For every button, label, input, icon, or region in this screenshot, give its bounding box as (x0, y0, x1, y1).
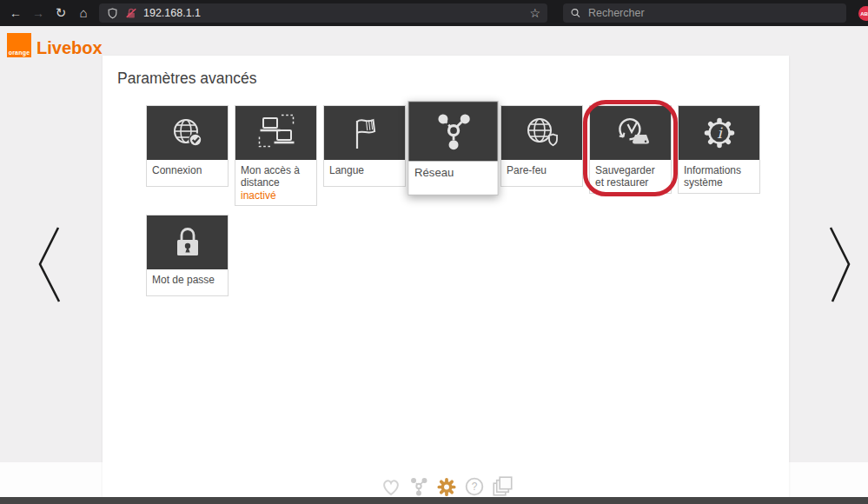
tile-langue[interactable]: Langue (323, 105, 406, 187)
tile-label: Mon accès à distance inactivé (235, 160, 316, 205)
tile-label: Sauvegarder et restaurer (590, 160, 671, 193)
search-bar[interactable] (563, 3, 846, 23)
favorites-heart-icon[interactable] (380, 474, 402, 499)
search-input[interactable] (586, 6, 839, 20)
flag-icon (324, 106, 405, 160)
tile-mon-acces-a-distance[interactable]: Mon accès à distance inactivé (235, 105, 317, 206)
reload-icon[interactable]: ↻ (52, 0, 70, 26)
settings-gear-icon-active[interactable] (435, 474, 458, 499)
tile-label: Informations système (679, 160, 759, 193)
tile-label: Mot de passe (147, 269, 228, 295)
carousel-next-arrow[interactable] (825, 224, 853, 304)
tile-label: Pare-feu (501, 160, 582, 186)
tile-mot-de-passe[interactable]: Mot de passe (146, 215, 229, 296)
browser-toolbar: ← → ↻ ⌂ 192.168.1.1 ☆ ABP (0, 0, 868, 26)
tile-row-2: Mot de passe (146, 215, 789, 296)
search-icon (570, 7, 581, 19)
padlock-icon (147, 216, 228, 269)
network-map-icon[interactable] (407, 474, 430, 499)
help-glyph: ? (471, 481, 477, 493)
tile-label: Langue (324, 160, 405, 186)
globe-shield-icon (501, 106, 582, 160)
settings-card: Paramètres avancés (103, 56, 789, 497)
livebox-page: orange Livebox Paramètres avancés (0, 26, 868, 504)
bottom-dark-bar (0, 497, 868, 504)
tile-label: Réseau (408, 161, 497, 195)
shield-icon[interactable] (106, 7, 119, 20)
forward-icon[interactable]: → (30, 0, 47, 26)
adblock-badge-icon[interactable]: ABP (858, 6, 868, 21)
url-text[interactable]: 192.168.1.1 (143, 7, 523, 19)
page-title: Paramètres avancés (103, 56, 789, 105)
back-icon[interactable]: ← (7, 0, 24, 26)
brand: orange Livebox (7, 33, 103, 57)
tile-connexion[interactable]: Connexion (146, 105, 229, 187)
tile-pare-feu[interactable]: Pare-feu (500, 105, 583, 187)
backup-restore-icon (590, 106, 671, 160)
carousel-prev-arrow[interactable] (36, 224, 63, 304)
insecure-lock-icon[interactable] (125, 7, 137, 19)
orange-logo-text: orange (9, 50, 30, 57)
product-name: Livebox (36, 39, 103, 57)
tile-label: Connexion (147, 160, 228, 186)
status-inactive: inactivé (241, 189, 276, 202)
network-icon (408, 102, 497, 161)
pages-icon[interactable] (491, 474, 514, 499)
tile-sauvegarder-et-restaurer[interactable]: Sauvegarder et restaurer (589, 105, 672, 194)
tile-grid: Connexion (103, 105, 789, 296)
screen: ← → ↻ ⌂ 192.168.1.1 ☆ ABP (0, 0, 868, 504)
url-bar[interactable]: 192.168.1.1 ☆ (99, 3, 547, 23)
footer-nav: ? (380, 474, 514, 499)
orange-logo: orange (7, 33, 31, 57)
gear-info-icon: i (679, 106, 759, 160)
tile-reseau[interactable]: Réseau (407, 101, 499, 196)
home-icon[interactable]: ⌂ (75, 0, 92, 26)
tile-informations-systeme[interactable]: i Informations système (678, 105, 760, 194)
tile-row-1: Connexion (146, 105, 789, 206)
globe-check-icon (147, 106, 228, 160)
remote-access-icon (235, 106, 316, 160)
bookmark-star-icon[interactable]: ☆ (529, 6, 540, 20)
help-icon[interactable]: ? (463, 474, 486, 499)
